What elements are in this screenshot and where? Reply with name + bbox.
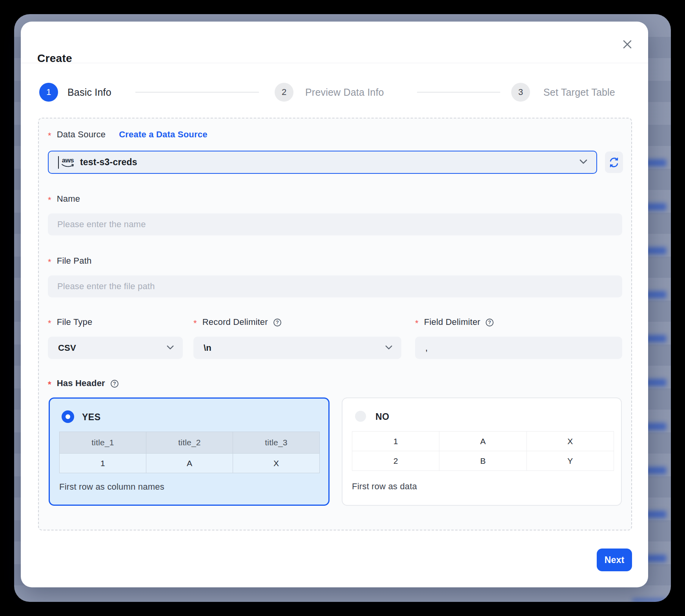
record-delimiter-label: Record Delimiter [202, 317, 268, 327]
data-source-value: test-s3-creds [80, 157, 137, 168]
step-connector-2 [417, 92, 500, 93]
file-path-label-row: * File Path [48, 256, 91, 266]
chevron-down-icon [579, 159, 588, 166]
has-header-label: Has Header [57, 378, 105, 388]
radio-unselected-icon[interactable] [355, 411, 366, 422]
create-dialog: Create 1 Basic Info 2 Preview Data Info … [21, 22, 648, 587]
data-source-select[interactable]: aws test-s3-creds [48, 151, 597, 174]
table-cell: A [439, 432, 527, 451]
table-header-cell: title_1 [60, 432, 146, 454]
table-cell: B [439, 451, 527, 471]
header-divider [21, 63, 648, 63]
help-circle-icon[interactable]: ? [110, 379, 119, 388]
table-cell: 1 [352, 432, 439, 451]
no-option-label: NO [375, 412, 390, 422]
table-cell: X [527, 432, 614, 451]
file-type-select[interactable]: CSV [48, 337, 183, 359]
record-delimiter-select[interactable]: \n [193, 337, 401, 359]
svg-text:?: ? [276, 320, 279, 325]
required-mark: * [48, 257, 51, 267]
radio-selected-icon[interactable] [62, 410, 74, 423]
file-path-label: File Path [57, 256, 92, 266]
svg-text:?: ? [488, 320, 491, 325]
table-header-cell: title_2 [146, 432, 233, 454]
name-input[interactable] [48, 213, 622, 235]
step-3-circle: 3 [511, 83, 530, 102]
record-delimiter-value: \n [204, 343, 211, 353]
yes-caption: First row as column names [59, 482, 164, 492]
screenshot-canvas: Create 1 Basic Info 2 Preview Data Info … [0, 0, 685, 616]
create-data-source-link[interactable]: Create a Data Source [119, 129, 207, 140]
step-2-circle: 2 [275, 83, 293, 102]
step-1-label: Basic Info [67, 87, 111, 98]
table-cell: A [146, 454, 233, 473]
required-mark: * [193, 318, 197, 328]
required-mark: * [48, 379, 51, 390]
close-icon[interactable] [620, 37, 634, 51]
record-delimiter-label-row: * Record Delimiter ? [193, 317, 282, 327]
field-delimiter-input[interactable]: , [415, 337, 622, 359]
text-cursor [58, 156, 59, 169]
name-label: Name [57, 194, 80, 204]
chevron-down-icon [385, 344, 393, 352]
no-caption: First row as data [352, 481, 417, 492]
help-circle-icon[interactable]: ? [273, 318, 282, 327]
svg-text:?: ? [113, 381, 116, 386]
table-header-cell: title_3 [233, 432, 320, 454]
table-cell: X [233, 454, 320, 473]
step-3-label: Set Target Table [543, 87, 615, 98]
refresh-button[interactable] [605, 151, 623, 173]
field-delimiter-label-row: * Field Delimiter ? [415, 317, 494, 327]
file-type-label: File Type [57, 317, 93, 327]
has-header-yes-card[interactable]: YES title_1 title_2 title_3 1 A X First … [49, 397, 330, 506]
has-header-no-card[interactable]: NO 1 A X 2 B Y First row as data [342, 397, 622, 506]
next-button[interactable]: Next [597, 549, 632, 571]
field-delimiter-label: Field Delimiter [424, 317, 481, 327]
chevron-down-icon [166, 344, 174, 352]
table-cell: 2 [352, 451, 439, 471]
yes-option-label: YES [82, 412, 101, 423]
file-type-label-row: * File Type [48, 317, 92, 327]
aws-icon: aws [61, 157, 75, 168]
field-delimiter-value: , [425, 343, 428, 353]
table-cell: Y [527, 451, 614, 471]
file-type-value: CSV [58, 343, 76, 353]
data-source-label-row: * Data Source Create a Data Source [48, 129, 208, 140]
step-2-label: Preview Data Info [305, 87, 384, 98]
table-cell: 1 [60, 454, 146, 473]
yes-preview-table: title_1 title_2 title_3 1 A X [59, 432, 320, 473]
file-path-input[interactable] [48, 275, 622, 297]
required-mark: * [48, 195, 51, 205]
required-mark: * [48, 318, 51, 328]
name-label-row: * Name [48, 194, 80, 204]
no-preview-table: 1 A X 2 B Y [352, 431, 614, 471]
basic-info-form-section: * Data Source Create a Data Source aws t… [38, 118, 632, 530]
help-circle-icon[interactable]: ? [485, 318, 494, 327]
step-1-circle: 1 [39, 83, 58, 102]
has-header-label-row: * Has Header ? [48, 378, 119, 388]
required-mark: * [48, 131, 51, 141]
step-connector-1 [135, 92, 259, 93]
data-source-label: Data Source [57, 129, 106, 140]
required-mark: * [415, 318, 419, 328]
